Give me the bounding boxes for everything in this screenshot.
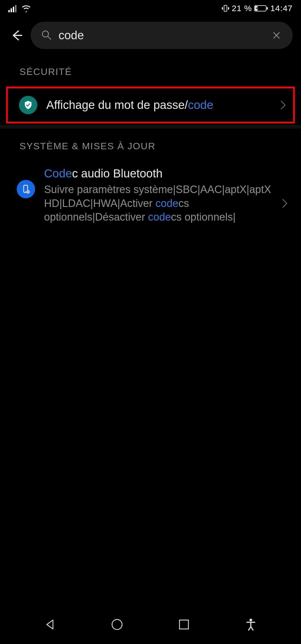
back-button[interactable] [8, 27, 25, 44]
svg-point-10 [25, 191, 26, 192]
navigation-bar [0, 605, 301, 644]
status-time: 14:47 [270, 4, 293, 13]
svg-point-8 [42, 31, 48, 37]
sub-hl2: code [148, 211, 171, 223]
shield-check-icon [19, 96, 37, 114]
battery-icon [254, 5, 268, 12]
svg-rect-13 [179, 620, 188, 629]
item-body: Affichage du mot de passe/code [46, 98, 270, 112]
svg-point-14 [249, 619, 252, 621]
item-body: Codec audio Bluetooth Suivre paramètres … [44, 167, 272, 224]
list-item-bluetooth-codec[interactable]: Codec audio Bluetooth Suivre paramètres … [0, 159, 301, 231]
svg-rect-2 [13, 7, 14, 12]
list-item-password-display[interactable]: Affichage du mot de passe/code [8, 88, 293, 122]
title-highlight: code [188, 98, 213, 111]
nav-recent-button[interactable] [173, 613, 195, 636]
sub-hl1: code [156, 197, 178, 209]
svg-rect-7 [267, 7, 268, 9]
search-icon [41, 29, 52, 42]
title-rest: c audio Bluetooth [72, 167, 162, 180]
battery-percent: 21 % [232, 4, 252, 13]
search-bar[interactable] [31, 22, 293, 49]
accessibility-icon [245, 618, 256, 631]
highlighted-result: Affichage du mot de passe/code [6, 87, 295, 123]
nav-home-button[interactable] [106, 613, 128, 636]
vibrate-icon [221, 4, 230, 13]
item-title: Affichage du mot de passe/code [46, 98, 270, 112]
header-row [0, 17, 301, 54]
nav-accessibility-button[interactable] [240, 613, 262, 636]
chevron-right-icon [281, 199, 289, 207]
svg-rect-4 [224, 5, 227, 11]
section-heading-security: SÉCURITÉ [0, 54, 301, 85]
svg-rect-1 [11, 8, 12, 12]
status-bar: 21 % 14:47 [0, 0, 301, 17]
item-subtitle: Suivre paramètres système|SBC|AAC|aptX|a… [44, 183, 272, 224]
close-icon [271, 30, 281, 40]
nav-home-icon [110, 618, 124, 631]
phone-gear-icon [17, 180, 35, 198]
section-divider [0, 125, 301, 128]
back-arrow-icon [10, 29, 23, 42]
search-input[interactable] [59, 29, 264, 42]
nav-recent-icon [178, 619, 190, 630]
title-prefix: Affichage du mot de passe/ [46, 98, 188, 111]
section-heading-system: SYSTÈME & MISES À JOUR [0, 128, 301, 159]
status-left [8, 4, 31, 12]
nav-back-button[interactable] [39, 613, 61, 636]
status-right: 21 % 14:47 [221, 4, 293, 13]
chevron-right-icon [279, 101, 287, 109]
svg-rect-3 [15, 5, 16, 12]
nav-back-icon [44, 618, 56, 631]
title-highlight: Code [44, 167, 72, 180]
svg-point-12 [112, 619, 122, 630]
item-title: Codec audio Bluetooth [44, 167, 272, 180]
sub-c: cs optionnels| [171, 211, 236, 223]
clear-button[interactable] [270, 29, 283, 42]
wifi-icon [21, 4, 31, 12]
svg-rect-0 [8, 10, 10, 12]
signal-icon [8, 4, 18, 12]
